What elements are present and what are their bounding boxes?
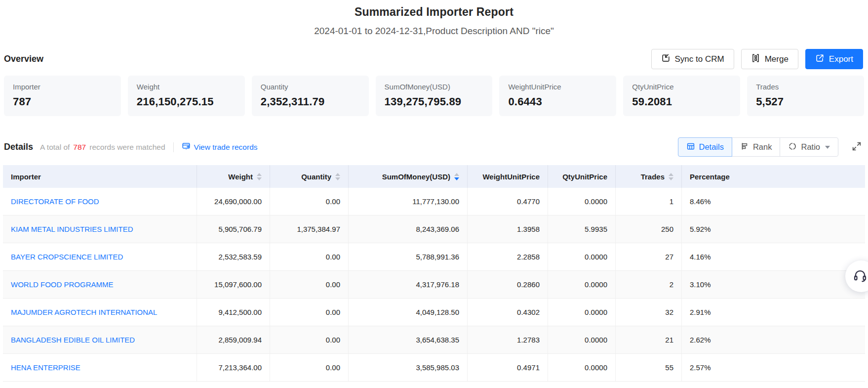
- view-trade-records-label: View trade records: [194, 143, 258, 152]
- view-trade-records-link[interactable]: View trade records: [182, 142, 258, 153]
- card-qtyunitprice: QtyUnitPrice 59.2081: [623, 76, 740, 116]
- qtyunitprice-cell: 0.0000: [548, 354, 616, 381]
- card-value: 139,275,795.89: [385, 95, 484, 108]
- sort-icon-desc-active: [454, 173, 459, 180]
- weightunitprice-cell: 1.2783: [468, 326, 548, 353]
- overview-bar: Overview Sync to CRM Merge Export: [0, 49, 868, 69]
- table-body: DIRECTORATE OF FOOD 24,690,000.00 0.00 1…: [3, 188, 865, 382]
- details-left: Details A total of 787 records were matc…: [4, 142, 258, 153]
- col-header-qtyunitprice: QtyUnitPrice: [548, 165, 616, 188]
- tab-ratio-label: Ratio: [801, 142, 820, 152]
- trade-records-icon: [182, 142, 191, 153]
- headset-icon: [853, 268, 868, 285]
- importer-link[interactable]: BANGLADESH EDIBLE OIL LIMITED: [11, 336, 135, 344]
- overview-heading: Overview: [4, 54, 43, 64]
- fullscreen-icon: [851, 141, 862, 153]
- weight-cell: 15,097,600.00: [197, 271, 270, 298]
- card-value: 2,352,311.79: [261, 95, 360, 108]
- sync-to-crm-button[interactable]: Sync to CRM: [651, 49, 734, 69]
- weight-cell: 9,412,500.00: [197, 299, 270, 326]
- match-suffix: records were matched: [89, 143, 165, 152]
- importer-link[interactable]: WORLD FOOD PROGRAMME: [11, 280, 114, 289]
- quantity-cell: 0.00: [270, 326, 349, 353]
- tab-details[interactable]: Details: [678, 137, 732, 157]
- importer-link[interactable]: DIRECTORATE OF FOOD: [11, 197, 99, 206]
- weight-cell: 2,859,009.94: [197, 326, 270, 353]
- trades-cell: 21: [616, 326, 682, 353]
- card-label: Trades: [756, 83, 855, 91]
- overview-cards: Importer 787 Weight 216,150,275.15 Quant…: [0, 76, 868, 116]
- sumofmoney-cell: 4,317,976.18: [349, 271, 468, 298]
- tab-rank-label: Rank: [753, 142, 772, 152]
- col-header-trades[interactable]: Trades: [616, 165, 682, 188]
- view-switch: Details Rank Ratio: [678, 137, 864, 157]
- qtyunitprice-cell: 5.9935: [548, 216, 616, 243]
- col-header-sumofmoney[interactable]: SumOfMoney(USD): [349, 165, 468, 188]
- tab-ratio[interactable]: Ratio: [780, 137, 838, 157]
- qtyunitprice-cell: 0.0000: [548, 271, 616, 298]
- sumofmoney-cell: 8,243,369.06: [349, 216, 468, 243]
- bar-rank-icon: [740, 142, 749, 153]
- table-row: BAYER CROPSCIENCE LIMITED 2,532,583.59 0…: [3, 243, 865, 271]
- weightunitprice-cell: 0.4971: [468, 354, 548, 381]
- sumofmoney-cell: 3,585,985.03: [349, 354, 468, 381]
- fullscreen-button[interactable]: [850, 141, 863, 154]
- overview-actions: Sync to CRM Merge Export: [651, 49, 863, 69]
- weight-cell: 2,532,583.59: [197, 243, 270, 270]
- export-icon: [815, 53, 825, 65]
- importer-link[interactable]: MAJUMDER AGROTECH INTERNATIONAL: [11, 308, 157, 316]
- weight-cell: 24,690,000.00: [197, 188, 270, 215]
- card-value: 0.6443: [508, 95, 607, 108]
- qtyunitprice-cell: 0.0000: [548, 188, 616, 215]
- table-grid-icon: [686, 142, 695, 153]
- sort-icon: [669, 173, 673, 180]
- card-label: QtyUnitPrice: [632, 83, 731, 91]
- merge-button[interactable]: Merge: [741, 49, 798, 69]
- col-header-weight[interactable]: Weight: [197, 165, 270, 188]
- card-label: Quantity: [261, 83, 360, 91]
- tab-details-label: Details: [699, 142, 724, 152]
- quantity-cell: 0.00: [270, 243, 349, 270]
- quantity-cell: 0.00: [270, 271, 349, 298]
- card-weight: Weight 216,150,275.15: [128, 76, 245, 116]
- col-header-quantity[interactable]: Quantity: [270, 165, 349, 188]
- card-value: 787: [13, 95, 112, 108]
- table-row: DIRECTORATE OF FOOD 24,690,000.00 0.00 1…: [3, 188, 865, 216]
- qtyunitprice-cell: 0.0000: [548, 243, 616, 270]
- details-bar: Details A total of 787 records were matc…: [0, 137, 868, 157]
- percentage-cell: 2.91%: [682, 299, 865, 326]
- tab-rank[interactable]: Rank: [732, 137, 781, 157]
- sumofmoney-cell: 11,777,130.00: [349, 188, 468, 215]
- table-row: WORLD FOOD PROGRAMME 15,097,600.00 0.00 …: [3, 271, 865, 299]
- trades-cell: 250: [616, 216, 682, 243]
- table-row: HENA ENTERPRISE 7,213,364.00 0.00 3,585,…: [3, 354, 865, 382]
- weightunitprice-cell: 1.3958: [468, 216, 548, 243]
- export-label: Export: [829, 54, 853, 64]
- trades-cell: 1: [616, 188, 682, 215]
- importer-link[interactable]: KIAM METAL INDUSTRIES LIMITED: [11, 225, 133, 233]
- card-label: Weight: [137, 83, 236, 91]
- merge-label: Merge: [765, 54, 789, 64]
- export-button[interactable]: Export: [805, 49, 863, 69]
- importer-link[interactable]: HENA ENTERPRISE: [11, 363, 80, 372]
- match-prefix: A total of: [40, 143, 70, 152]
- details-heading: Details: [4, 142, 33, 152]
- table-row: KIAM METAL INDUSTRIES LIMITED 5,905,706.…: [3, 216, 865, 243]
- card-value: 59.2081: [632, 95, 731, 108]
- qtyunitprice-cell: 0.0000: [548, 299, 616, 326]
- report-header: Summarized Importer Report 2024-01-01 to…: [0, 0, 868, 37]
- col-header-importer: Importer: [3, 165, 197, 188]
- card-label: SumOfMoney(USD): [385, 83, 484, 91]
- quantity-cell: 1,375,384.97: [270, 216, 349, 243]
- importer-link[interactable]: BAYER CROPSCIENCE LIMITED: [11, 253, 123, 261]
- card-importer: Importer 787: [4, 76, 121, 116]
- sumofmoney-cell: 3,654,638.35: [349, 326, 468, 353]
- weightunitprice-cell: 0.2860: [468, 271, 548, 298]
- view-tabs: Details Rank Ratio: [678, 137, 839, 157]
- merge-icon: [751, 53, 760, 65]
- match-summary: A total of 787 records were matched: [40, 143, 165, 152]
- importer-table: Importer Weight Quantity SumOfMoney(USD)…: [3, 165, 865, 382]
- sync-to-crm-label: Sync to CRM: [675, 54, 724, 64]
- trades-cell: 32: [616, 299, 682, 326]
- weightunitprice-cell: 0.4770: [468, 188, 548, 215]
